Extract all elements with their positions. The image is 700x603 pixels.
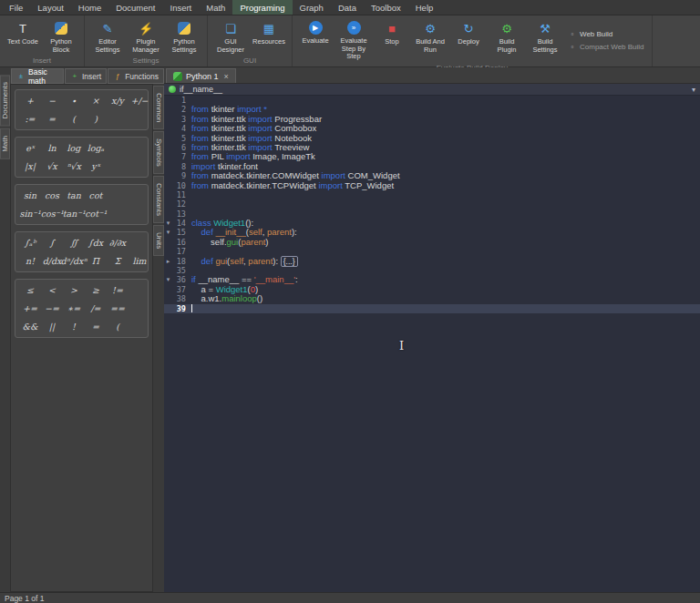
- menu-item-document[interactable]: Document: [108, 0, 162, 15]
- symbol-button[interactable]: cot: [85, 189, 107, 202]
- symbol-button[interactable]: cot⁻¹: [85, 207, 107, 220]
- ribbon-button-python-settings[interactable]: Python Settings: [166, 18, 202, 56]
- symbol-button[interactable]: ∬: [63, 236, 85, 250]
- symbol-button[interactable]: +: [19, 94, 41, 107]
- symbol-button[interactable]: ): [85, 112, 107, 126]
- symbol-button[interactable]: cos⁻¹: [41, 207, 63, 220]
- symbol-button[interactable]: eˣ: [19, 141, 41, 155]
- palette-tab-insert[interactable]: +Insert: [65, 68, 107, 84]
- ribbon-button-deploy[interactable]: ↻Deploy: [450, 18, 487, 63]
- palette-tab-basic-math[interactable]: ±Basic math: [11, 68, 64, 84]
- menu-item-help[interactable]: Help: [408, 0, 441, 15]
- symbol-button[interactable]: −: [41, 94, 63, 107]
- ribbon-button-stop[interactable]: ■Stop: [374, 18, 410, 63]
- menu-item-toolbox[interactable]: Toolbox: [364, 0, 408, 15]
- symbol-button[interactable]: ∫dx: [85, 236, 107, 250]
- ribbon-button-build-settings[interactable]: ⚒Build Settings: [527, 18, 563, 63]
- symbol-button[interactable]: (: [63, 112, 85, 126]
- ribbon-button-editor-settings[interactable]: ✎Editor Settings: [89, 18, 126, 56]
- dock-tab-math[interactable]: Math: [0, 128, 10, 159]
- menu-item-insert[interactable]: Insert: [163, 0, 200, 15]
- symbol-button[interactable]: |x|: [19, 159, 41, 173]
- palette-side-tab-symbols[interactable]: Symbols: [153, 131, 164, 174]
- symbol-button[interactable]: log: [63, 141, 85, 155]
- palette-side-tab-constants[interactable]: Constants: [153, 176, 164, 223]
- symbol-button[interactable]: ∙: [63, 94, 85, 107]
- status-bar: Page 1 of 1: [0, 592, 700, 603]
- symbol-button[interactable]: ×: [85, 94, 107, 107]
- symbol-button[interactable]: tan: [63, 189, 85, 202]
- menu-item-graph[interactable]: Graph: [293, 0, 331, 15]
- ribbon-button-resources[interactable]: ▦Resources: [251, 18, 287, 56]
- symbol-button[interactable]: /=: [85, 302, 107, 315]
- symbol-button[interactable]: logₐ: [85, 141, 107, 155]
- menu-item-file[interactable]: File: [2, 0, 30, 15]
- symbol-button[interactable]: ∂/∂x: [107, 236, 129, 250]
- symbol-button[interactable]: =: [41, 112, 63, 126]
- symbol-button[interactable]: √x: [41, 159, 63, 173]
- symbol-button[interactable]: ≥: [85, 283, 107, 297]
- palette-tab-functions[interactable]: ƒFunctions: [108, 68, 164, 84]
- symbol-button[interactable]: ln: [41, 141, 63, 155]
- symbol-button[interactable]: cos: [41, 189, 63, 202]
- symbol-button[interactable]: ∫ₐᵇ: [19, 236, 41, 250]
- palette-side-tab-common[interactable]: Common: [153, 86, 164, 129]
- symbol-button[interactable]: tan⁻¹: [63, 207, 85, 220]
- fold-open-icon[interactable]: ▾: [164, 219, 172, 228]
- symbol-button[interactable]: (: [107, 320, 129, 333]
- symbol-button[interactable]: yˣ: [85, 159, 107, 173]
- chevron-down-icon[interactable]: ▾: [692, 86, 695, 94]
- menu-item-programing[interactable]: Programing: [232, 0, 292, 15]
- symbol-button[interactable]: ==: [107, 302, 129, 315]
- ribbon-button-python-block[interactable]: Python Block: [43, 18, 79, 56]
- fold-open-icon[interactable]: ▾: [164, 228, 172, 237]
- symbol-button[interactable]: +=: [19, 302, 41, 315]
- symbol-button[interactable]: d/dx: [41, 254, 63, 268]
- symbol-button[interactable]: −=: [41, 302, 63, 315]
- palette-side-tab-units[interactable]: Units: [153, 225, 164, 256]
- menu-item-data[interactable]: Data: [331, 0, 364, 15]
- menu-item-math[interactable]: Math: [199, 0, 232, 15]
- gui-designer-icon: ❏: [222, 20, 239, 36]
- ribbon-button-web-build[interactable]: ▫Web Build: [568, 29, 644, 38]
- symbol-button[interactable]: <: [41, 283, 63, 297]
- symbol-button[interactable]: sin: [19, 189, 41, 202]
- ribbon-button-text-code[interactable]: TText Code: [5, 18, 41, 56]
- symbol-button[interactable]: lim: [129, 254, 150, 268]
- menu-item-layout[interactable]: Layout: [30, 0, 71, 15]
- fold-open-icon[interactable]: ▾: [164, 275, 172, 284]
- symbol-button[interactable]: !: [63, 320, 85, 333]
- tab-python-1[interactable]: Python 1 ×: [166, 68, 236, 83]
- symbol-button[interactable]: ∫: [41, 236, 63, 250]
- ribbon-button-build-plugin[interactable]: ⚙Build Plugin: [489, 18, 525, 63]
- dock-tab-documents[interactable]: Documents: [0, 75, 10, 126]
- symbol-button[interactable]: Π: [85, 254, 107, 268]
- symbol-button[interactable]: ⁿ√x: [63, 159, 85, 173]
- symbol-button[interactable]: dⁿ/dxⁿ: [63, 254, 85, 268]
- symbol-button[interactable]: !=: [107, 283, 129, 297]
- ribbon-button-build-and-run[interactable]: ⚙Build And Run: [412, 18, 448, 63]
- symbol-button[interactable]: :=: [19, 112, 41, 126]
- symbol-button[interactable]: sin⁻¹: [19, 207, 41, 220]
- ribbon-button-gui-designer[interactable]: ❏GUI Designer: [212, 18, 249, 56]
- editor-code[interactable]: 12from tkinter import *3from tkinter.ttk…: [164, 96, 700, 592]
- symbol-button[interactable]: ∗=: [63, 302, 85, 315]
- symbol-button[interactable]: x/y: [107, 94, 129, 107]
- symbol-button[interactable]: =: [85, 320, 107, 333]
- symbol-button[interactable]: >: [63, 283, 85, 297]
- ribbon-button-compact-web-build[interactable]: ▫Compact Web Build: [568, 42, 644, 51]
- ribbon-button-plugin-manager[interactable]: ⚡Plugin Manager: [128, 18, 164, 56]
- menu-item-home[interactable]: Home: [71, 0, 108, 15]
- symbol-button[interactable]: ||: [41, 320, 63, 333]
- fold-closed-icon[interactable]: ▸: [164, 257, 172, 266]
- ribbon-button-evaluate-step-by-step[interactable]: »Evaluate Step By Step: [335, 18, 372, 63]
- folded-code-placeholder[interactable]: {...}: [281, 256, 298, 267]
- ribbon-button-evaluate[interactable]: ▶Evaluate: [297, 18, 334, 63]
- symbol-button[interactable]: n!: [19, 254, 41, 268]
- symbol-button[interactable]: Σ: [107, 254, 129, 268]
- close-icon[interactable]: ×: [224, 72, 229, 81]
- symbol-button[interactable]: ≤: [19, 283, 41, 297]
- breadcrumb-label[interactable]: if__name__: [180, 85, 222, 94]
- symbol-button[interactable]: &&: [19, 320, 41, 333]
- symbol-button[interactable]: +/−: [129, 94, 150, 107]
